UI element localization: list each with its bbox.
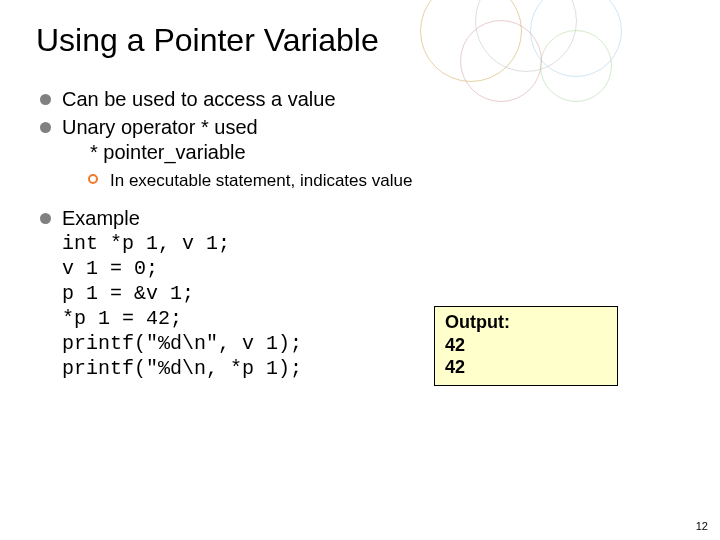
sub-bullet-list: In executable statement, indicates value [62, 170, 684, 192]
sub-bullet-item: In executable statement, indicates value [88, 170, 684, 192]
slide: Using a Pointer Variable Can be used to … [0, 0, 720, 540]
page-number: 12 [696, 520, 708, 532]
output-box: Output: 42 42 [434, 306, 618, 386]
bullet-item: Unary operator * used * pointer_variable… [40, 115, 684, 192]
slide-title: Using a Pointer Variable [36, 22, 684, 59]
bullet-item: Can be used to access a value [40, 87, 684, 113]
bullet-subline: * pointer_variable [62, 140, 684, 166]
bullet-text: Can be used to access a value [62, 88, 336, 110]
bullet-text: Unary operator * used [62, 116, 258, 138]
bullet-text: Example [62, 207, 140, 229]
sub-bullet-text: In executable statement, indicates value [110, 171, 412, 190]
